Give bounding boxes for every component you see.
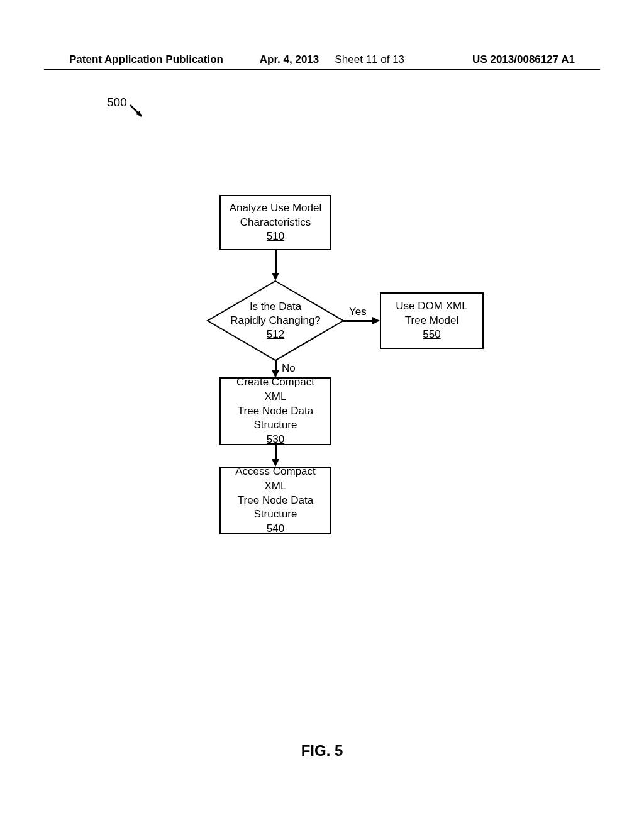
box-text-line: Use DOM XML xyxy=(396,299,467,314)
process-box-access-compact: Access Compact XML Tree Node Data Struct… xyxy=(219,467,331,534)
connector-line xyxy=(275,250,277,274)
box-text-line: Tree Model xyxy=(405,314,458,328)
connector-line xyxy=(275,445,277,460)
arrow-right-icon xyxy=(372,317,380,324)
header-sheet: Sheet 11 of 13 xyxy=(335,53,404,66)
connector-line xyxy=(343,320,374,322)
process-box-create-compact: Create Compact XML Tree Node Data Struct… xyxy=(219,377,331,445)
decision-box-rapidly-changing: Is the Data Rapidly Changing? 512 xyxy=(206,280,345,362)
header-publication-type: Patent Application Publication xyxy=(69,53,223,66)
box-text-line: Analyze Use Model xyxy=(230,201,321,216)
header-pubnum: US 2013/0086127 A1 xyxy=(472,53,575,66)
process-box-use-dom: Use DOM XML Tree Model 550 xyxy=(380,292,484,349)
box-ref-number: 540 xyxy=(267,522,284,536)
box-text-line: Rapidly Changing? xyxy=(230,314,321,328)
box-ref-number: 550 xyxy=(423,328,440,342)
box-ref-number: 510 xyxy=(267,230,284,244)
box-text-line: Tree Node Data xyxy=(238,404,313,419)
reference-arrow-icon xyxy=(129,104,148,123)
box-text-line: Is the Data xyxy=(250,300,301,314)
page-header: Patent Application Publication Apr. 4, 2… xyxy=(0,53,644,66)
box-text-line: Create Compact XML xyxy=(226,375,325,404)
box-text-line: Tree Node Data xyxy=(238,494,313,508)
edge-label-no: No xyxy=(282,362,296,375)
diagram-ref-number: 500 xyxy=(107,96,127,109)
box-text-line: Structure xyxy=(254,418,297,433)
header-divider xyxy=(44,69,600,70)
box-text-line: Access Compact XML xyxy=(226,465,325,494)
box-text-line: Structure xyxy=(254,507,297,522)
box-ref-number: 512 xyxy=(267,328,284,341)
edge-label-yes: Yes xyxy=(349,306,367,318)
header-date: Apr. 4, 2013 xyxy=(260,53,319,66)
figure-caption: FIG. 5 xyxy=(301,742,343,760)
box-text-line: Characteristics xyxy=(240,216,311,230)
process-box-analyze: Analyze Use Model Characteristics 510 xyxy=(219,195,331,250)
